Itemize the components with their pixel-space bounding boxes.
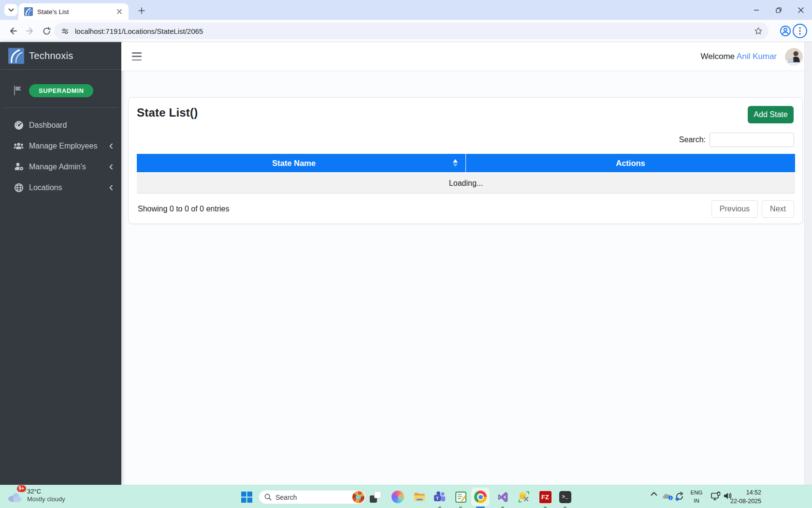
tab-title: State's List <box>37 8 115 15</box>
users-icon <box>14 141 24 151</box>
address-bar[interactable]: localhost:7191/Locations/StateList/2065 <box>54 23 768 39</box>
card-header: State List() Add State <box>137 106 794 125</box>
folder-icon <box>413 491 426 503</box>
tray-chevron-up-icon[interactable] <box>651 492 657 496</box>
table-info-text: Showing 0 to 0 of 0 entries <box>138 205 229 213</box>
bing-daily-image-icon[interactable] <box>352 491 364 503</box>
tray-clock[interactable]: 14:52 22-08-2025 <box>723 489 761 506</box>
window-controls <box>745 0 812 20</box>
copilot-button[interactable] <box>392 491 404 503</box>
windows-logo-icon <box>241 492 252 503</box>
visual-studio-button[interactable] <box>496 491 509 503</box>
browser-menu-icon[interactable] <box>793 24 807 38</box>
tray-language-indicator[interactable]: ENG IN <box>688 489 705 505</box>
filezilla-icon: FZ <box>539 491 551 503</box>
hamburger-menu-icon[interactable] <box>132 52 142 60</box>
tray-date: 22-08-2025 <box>723 497 761 506</box>
browser-tab-strip: State's List <box>0 0 812 20</box>
sidebar-item-manage-employees[interactable]: Manage Employees <box>0 135 121 156</box>
weather-condition: Mostly cloudy <box>27 495 65 503</box>
editor-app-button[interactable] <box>454 491 467 503</box>
table-search-row: Search: <box>137 133 794 147</box>
window-minimize-button[interactable] <box>745 0 768 20</box>
navbar-user-area: Welcome Anil Kumar <box>701 42 803 71</box>
browser-tab[interactable]: State's List <box>18 3 129 20</box>
ssms-button[interactable] <box>518 491 530 503</box>
previous-page-button[interactable]: Previous <box>711 200 758 218</box>
teams-button[interactable]: T <box>434 491 446 503</box>
tab-search-button[interactable] <box>4 4 17 16</box>
sidebar-item-label: Dashboard <box>29 121 115 130</box>
web-page: Technoxis SUPERADMIN Dashboard <box>0 42 812 485</box>
weather-temp: 32°C <box>27 488 65 495</box>
sidebar-item-manage-admins[interactable]: Manage Admin's <box>0 156 121 177</box>
add-state-button[interactable]: Add State <box>748 106 794 123</box>
network-icon[interactable] <box>710 492 721 501</box>
page-scrollbar[interactable] <box>804 42 812 485</box>
browser-toolbar: localhost:7191/Locations/StateList/2065 <box>0 20 812 42</box>
role-row: SUPERADMIN <box>0 70 121 99</box>
welcome-text: Welcome Anil Kumar <box>701 52 777 61</box>
browser-profile-icon[interactable] <box>779 24 792 38</box>
column-header-actions[interactable]: Actions <box>466 154 795 172</box>
window-close-button[interactable] <box>790 0 812 20</box>
svg-text:i: i <box>670 496 671 500</box>
start-button[interactable] <box>240 491 253 503</box>
table-footer: Showing 0 to 0 of 0 entries Previous Nex… <box>137 200 794 218</box>
terminal-icon: >_ <box>559 491 571 503</box>
user-avatar[interactable] <box>785 48 803 66</box>
sidebar-item-label: Manage Employees <box>29 142 108 150</box>
url-text[interactable]: localhost:7191/Locations/StateList/2065 <box>75 27 754 35</box>
table-loading-row: Loading... <box>137 173 795 194</box>
next-page-button[interactable]: Next <box>762 200 794 218</box>
user-name-link[interactable]: Anil Kumar <box>737 52 777 61</box>
column-header-state-name[interactable]: State Name <box>137 154 466 172</box>
taskbar-weather-widget[interactable]: 9+ 32°C Mostly cloudy <box>7 487 65 504</box>
new-tab-button[interactable] <box>135 5 148 16</box>
search-label: Search: <box>679 135 706 144</box>
taskbar-search-box[interactable]: Search <box>259 490 366 504</box>
brand-name: Technoxis <box>29 50 73 61</box>
reload-icon[interactable] <box>41 25 52 37</box>
sql-database-tools-icon <box>518 491 530 503</box>
language-code: ENG <box>688 489 705 497</box>
chrome-button[interactable] <box>471 488 490 506</box>
bookmark-star-icon[interactable] <box>754 27 763 35</box>
globe-icon <box>14 182 24 193</box>
site-info-icon[interactable] <box>61 27 69 35</box>
top-navbar: Welcome Anil Kumar <box>121 42 812 71</box>
back-icon[interactable] <box>7 25 19 37</box>
site-favicon-icon <box>24 7 33 16</box>
brand[interactable]: Technoxis <box>0 42 121 70</box>
teams-icon: T <box>434 491 446 503</box>
visual-studio-icon <box>497 491 509 503</box>
forward-icon[interactable] <box>24 25 36 37</box>
onedrive-cloud-icon[interactable]: i <box>662 492 673 500</box>
sidebar: Technoxis SUPERADMIN Dashboard <box>0 42 121 485</box>
tab-close-icon[interactable] <box>115 7 124 16</box>
search-icon <box>264 493 272 501</box>
sidebar-item-label: Manage Admin's <box>29 163 108 171</box>
task-view-button[interactable] <box>369 491 382 503</box>
state-list-card: State List() Add State Search: State Nam… <box>128 97 803 224</box>
search-input[interactable] <box>710 133 794 147</box>
role-badge: SUPERADMIN <box>29 84 93 97</box>
column-label: State Name <box>272 159 316 168</box>
sidebar-menu: Dashboard Manage Employees Manage Admin <box>0 115 121 198</box>
file-explorer-button[interactable] <box>413 491 426 503</box>
tray-time: 14:52 <box>723 489 761 497</box>
windows-taskbar: 9+ 32°C Mostly cloudy Search <box>0 485 812 508</box>
filezilla-button[interactable]: FZ <box>539 491 551 503</box>
state-table: State Name Actions Loading... <box>137 154 795 194</box>
sync-update-icon[interactable] <box>675 492 684 501</box>
sidebar-item-dashboard[interactable]: Dashboard <box>0 115 121 135</box>
flag-icon <box>14 86 23 95</box>
terminal-button[interactable]: >_ <box>559 491 571 503</box>
chevron-down-icon <box>8 8 14 12</box>
sidebar-item-locations[interactable]: Locations <box>0 177 121 198</box>
region-code: IN <box>688 497 705 505</box>
brand-logo-icon <box>8 48 24 64</box>
window-restore-button[interactable] <box>768 0 790 20</box>
copilot-icon <box>392 491 404 503</box>
sort-icon <box>453 159 458 167</box>
